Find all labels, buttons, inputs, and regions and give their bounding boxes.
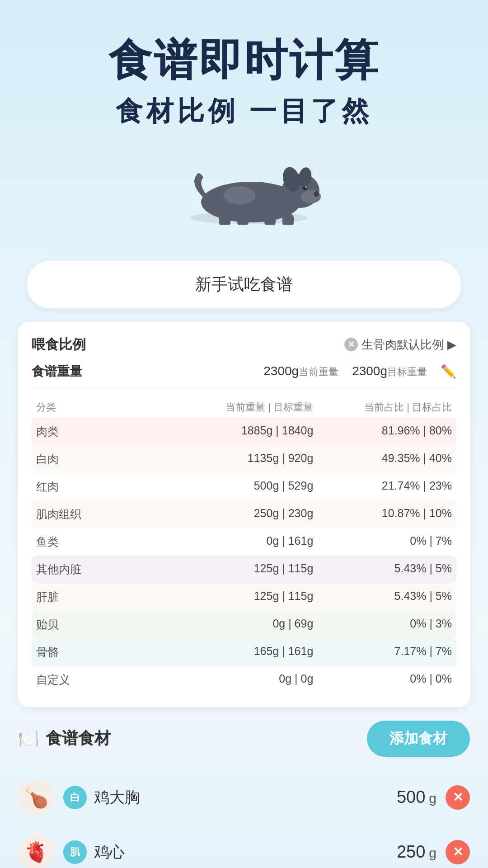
nutrition-card: 喂食比例 ✕ 生骨肉默认比例 ▶ 食谱重量 2300g当前重量 2300g目标重… [18, 322, 470, 707]
hero-subtitle: 食材比例 一目了然 [27, 93, 461, 130]
amount-unit: g [429, 845, 436, 861]
ingredients-section: 🍽️ 食谱食材 添加食材 🍗 白 鸡大胸 500 g ✕ 🫀 肌 [18, 721, 470, 868]
amount-value: 500 [397, 788, 425, 807]
row-values: 165g | 161g [147, 645, 313, 660]
row-percent: 0% | 0% [313, 672, 452, 687]
nutrition-row: 肌肉组织 250g | 230g 10.87% | 10% [32, 500, 456, 528]
ingredients-label: 食谱食材 [46, 727, 111, 750]
row-percent: 81.96% | 80% [313, 424, 452, 439]
nutrition-row: 贻贝 0g | 69g 0% | 3% [32, 611, 456, 638]
ingredient-badge: 肌 [63, 840, 87, 864]
col-category: 分类 [36, 401, 147, 414]
row-percent: 5.43% | 5% [313, 590, 452, 604]
row-label: 肉类 [36, 424, 147, 439]
weight-values: 2300g当前重量 2300g目标重量 ✏️ [263, 364, 456, 379]
ingredient-item: 🍗 白 鸡大胸 500 g ✕ [18, 770, 470, 825]
nutrition-row: 骨骼 165g | 161g 7.17% | 7% [32, 638, 456, 666]
nutrition-row: 其他内脏 125g | 115g 5.43% | 5% [32, 556, 456, 583]
nutrition-row: 肝脏 125g | 115g 5.43% | 5% [32, 583, 456, 611]
amount-unit: g [429, 791, 436, 806]
row-label: 其他内脏 [36, 562, 147, 577]
ratio-type-selector[interactable]: ✕ 生骨肉默认比例 ▶ [344, 337, 456, 353]
nutrition-table: 肉类 1885g | 1840g 81.96% | 80% 白肉 1135g |… [32, 418, 456, 693]
row-values: 500g | 529g [147, 479, 313, 494]
nutrition-header: 喂食比例 ✕ 生骨肉默认比例 ▶ [32, 335, 456, 354]
amount-value: 250 [397, 842, 425, 862]
row-percent: 7.17% | 7% [313, 645, 452, 660]
recipe-icon: 🍽️ [18, 729, 39, 749]
delete-ingredient-button[interactable]: ✕ [446, 840, 470, 864]
ratio-arrow-icon: ▶ [447, 338, 456, 352]
edit-weight-icon[interactable]: ✏️ [441, 364, 456, 379]
svg-rect-12 [282, 213, 294, 225]
ingredient-name: 鸡大胸 [94, 787, 397, 808]
row-label: 贻贝 [36, 617, 147, 632]
row-values: 1135g | 920g [147, 452, 313, 467]
svg-rect-9 [219, 213, 230, 225]
recipe-selector[interactable]: 新手试吃食谱 [27, 261, 461, 308]
ingredients-title: 🍽️ 食谱食材 [18, 727, 111, 750]
row-percent: 49.35% | 40% [313, 452, 452, 467]
hero-title: 食谱即时计算 [27, 36, 461, 84]
row-label: 骨骼 [36, 645, 147, 660]
nutrition-row: 肉类 1885g | 1840g 81.96% | 80% [32, 418, 456, 445]
nutrition-row: 鱼类 0g | 161g 0% | 7% [32, 528, 456, 556]
ingredient-image: 🍗 [18, 779, 54, 816]
svg-rect-10 [237, 215, 249, 225]
col-percent: 当前占比 | 目标占比 [313, 401, 452, 414]
row-values: 0g | 0g [147, 672, 313, 687]
recipe-label: 新手试吃食谱 [195, 275, 293, 293]
dog-illustration [167, 143, 321, 225]
row-values: 125g | 115g [147, 562, 313, 577]
weight-row: 食谱重量 2300g当前重量 2300g目标重量 ✏️ [32, 363, 456, 388]
row-percent: 0% | 7% [313, 534, 452, 549]
nutrition-row: 自定义 0g | 0g 0% | 0% [32, 666, 456, 693]
ingredients-list: 🍗 白 鸡大胸 500 g ✕ 🫀 肌 鸡心 250 g ✕ [18, 770, 470, 868]
row-values: 1885g | 1840g [147, 424, 313, 439]
ingredient-badge: 白 [63, 786, 87, 809]
ingredients-header: 🍽️ 食谱食材 添加食材 [18, 721, 470, 757]
current-weight: 2300g当前重量 [263, 364, 338, 379]
hero-section: 食谱即时计算 食材比例 一目了然 [0, 0, 488, 252]
target-weight: 2300g目标重量 [352, 364, 427, 379]
row-label: 肝脏 [36, 590, 147, 604]
row-percent: 0% | 3% [313, 617, 452, 632]
row-label: 自定义 [36, 672, 147, 687]
row-percent: 21.74% | 23% [313, 479, 452, 494]
col-weights: 当前重量 | 目标重量 [147, 401, 313, 414]
svg-point-4 [314, 191, 319, 197]
ingredient-amount[interactable]: 250 g [397, 842, 436, 862]
table-header: 分类 当前重量 | 目标重量 当前占比 | 目标占比 [32, 397, 456, 418]
weight-label: 食谱重量 [32, 363, 82, 380]
ingredient-item: 🫀 肌 鸡心 250 g ✕ [18, 825, 470, 868]
row-label: 白肉 [36, 452, 147, 467]
row-percent: 10.87% | 10% [313, 507, 452, 522]
row-label: 鱼类 [36, 534, 147, 549]
row-values: 0g | 161g [147, 534, 313, 549]
row-label: 肌肉组织 [36, 507, 147, 522]
row-label: 红肉 [36, 479, 147, 494]
ingredient-name: 鸡心 [94, 842, 397, 863]
row-percent: 5.43% | 5% [313, 562, 452, 577]
nutrition-row: 红肉 500g | 529g 21.74% | 23% [32, 473, 456, 500]
svg-point-13 [224, 186, 255, 204]
close-ratio-icon[interactable]: ✕ [344, 338, 358, 351]
add-ingredient-button[interactable]: 添加食材 [367, 721, 470, 757]
nutrition-row: 白肉 1135g | 920g 49.35% | 40% [32, 445, 456, 473]
row-values: 0g | 69g [147, 617, 313, 632]
row-values: 250g | 230g [147, 507, 313, 522]
feeding-ratio-label: 喂食比例 [32, 335, 86, 354]
ingredient-image: 🫀 [18, 834, 54, 868]
ingredient-amount[interactable]: 500 g [397, 788, 436, 807]
delete-ingredient-button[interactable]: ✕ [446, 785, 470, 810]
svg-rect-11 [264, 215, 276, 225]
ratio-type-label: 生骨肉默认比例 [361, 337, 444, 353]
row-values: 125g | 115g [147, 590, 313, 604]
